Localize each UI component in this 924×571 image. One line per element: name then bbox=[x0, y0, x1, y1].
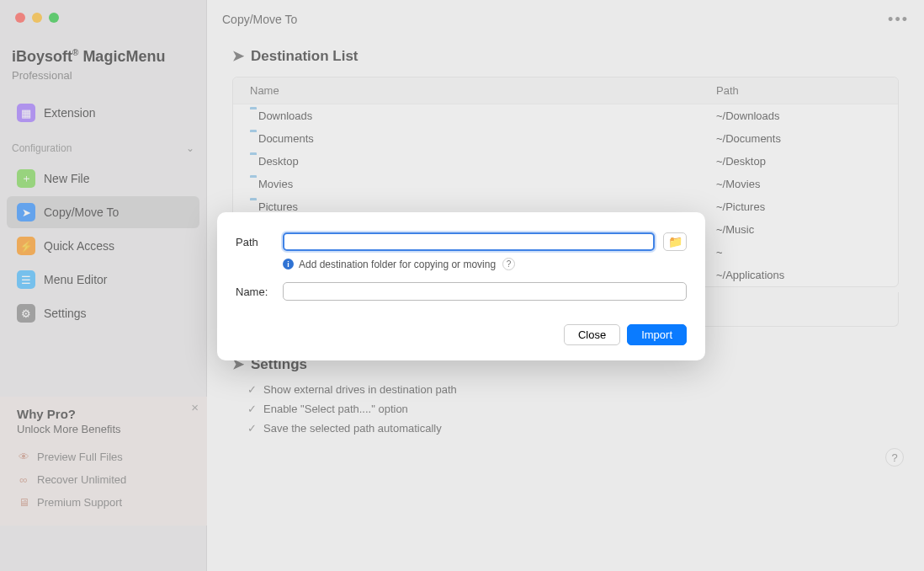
path-input[interactable] bbox=[283, 232, 655, 251]
hint-help-icon[interactable]: ? bbox=[502, 258, 515, 270]
close-button[interactable]: Close bbox=[564, 324, 620, 345]
name-input[interactable] bbox=[283, 282, 687, 301]
info-icon: i bbox=[283, 259, 294, 269]
browse-folder-button[interactable]: 📁 bbox=[663, 232, 687, 251]
add-destination-dialog: Path 📁 i Add destination folder for copy… bbox=[217, 212, 705, 360]
path-label: Path bbox=[236, 236, 274, 248]
name-label: Name: bbox=[236, 286, 274, 298]
path-hint: i Add destination folder for copying or … bbox=[236, 254, 687, 282]
import-button[interactable]: Import bbox=[627, 324, 687, 345]
